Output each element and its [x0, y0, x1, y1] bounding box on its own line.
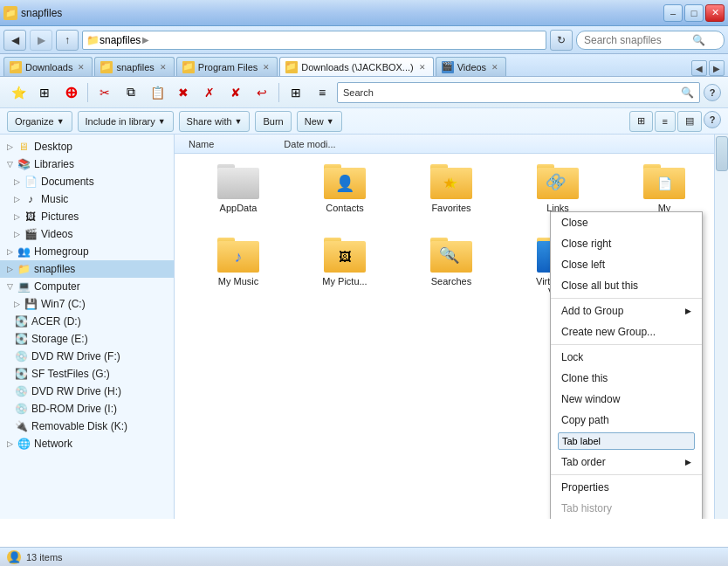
folder-icon: 🔗: [537, 164, 579, 199]
ctx-copy-path[interactable]: Copy path: [551, 410, 702, 431]
tab-close-button[interactable]: ✕: [261, 62, 271, 72]
address-box[interactable]: 📁 snapfiles ▶: [82, 31, 546, 50]
content-scrollbar[interactable]: [714, 135, 728, 519]
tab-scroll-right[interactable]: ▶: [709, 60, 725, 76]
ctx-create-group[interactable]: Create new Group...: [551, 321, 702, 342]
view-grid-button[interactable]: ⊞: [629, 111, 653, 132]
undo-button[interactable]: ↩: [251, 81, 273, 104]
tab-close-button[interactable]: ✕: [490, 62, 500, 72]
sidebar-item-acerd[interactable]: 💽 ACER (D:): [0, 313, 174, 330]
sidebar-item-removablek[interactable]: 🔌 Removable Disk (K:): [0, 418, 174, 435]
scroll-thumb[interactable]: [716, 136, 728, 171]
sidebar-item-homegroup[interactable]: ▷ 👥 Homegroup: [0, 243, 174, 260]
copy-button[interactable]: ⧉: [120, 81, 142, 104]
close-button[interactable]: ✕: [705, 4, 725, 22]
toolbar-search[interactable]: 🔍: [337, 82, 700, 103]
ctx-new-window[interactable]: New window: [551, 389, 702, 410]
sidebar-item-dvdf[interactable]: 💿 DVD RW Drive (F:): [0, 348, 174, 365]
sidebar-item-music[interactable]: ▷ ♪ Music: [0, 190, 174, 208]
help-button-2[interactable]: ?: [704, 111, 721, 128]
file-item-appdata[interactable]: AppData: [189, 161, 288, 227]
file-item-mypictures[interactable]: 🖼 My Pictu...: [295, 234, 395, 300]
paste-button[interactable]: 📋: [146, 81, 168, 104]
delete2-button[interactable]: ✗: [198, 81, 221, 104]
include-library-label: Include in library: [86, 116, 155, 127]
tab-downloads-1[interactable]: 📁 Downloads ✕: [3, 57, 93, 76]
sidebar-item-snapfiles[interactable]: ▷ 📁 snapfiles: [0, 260, 174, 278]
logo-button[interactable]: ⊕: [59, 81, 82, 104]
organize-arrow-icon: ▼: [57, 117, 65, 126]
ctx-clone[interactable]: Clone this: [551, 368, 702, 389]
sidebar-item-win7c[interactable]: ▷ 💾 Win7 (C:): [0, 295, 174, 313]
sidebar-item-sftestg[interactable]: 💽 SF TestFiles (G:): [0, 365, 174, 383]
ctx-close-left[interactable]: Close left: [551, 254, 702, 275]
view-list-button[interactable]: ≡: [311, 81, 333, 104]
sidebar-item-videos[interactable]: ▷ 🎬 Videos: [0, 225, 174, 243]
ctx-properties[interactable]: Properties: [551, 477, 702, 498]
snapfiles-icon: 📁: [17, 262, 31, 276]
share-arrow-icon: ▼: [235, 117, 243, 126]
include-library-button[interactable]: Include in library ▼: [78, 111, 174, 132]
file-item-searches[interactable]: 🔍 Searches: [402, 234, 501, 300]
organize-button[interactable]: Organize ▼: [7, 111, 72, 132]
help-button[interactable]: ?: [704, 84, 721, 101]
ctx-lock[interactable]: Lock: [551, 347, 702, 368]
sidebar-label: Desktop: [34, 141, 72, 153]
sidebar-item-libraries[interactable]: ▽ 📚 Libraries: [0, 155, 174, 173]
sidebar-item-desktop[interactable]: ▷ 🖥 Desktop: [0, 138, 174, 155]
file-item-mymusic[interactable]: ♪ My Music: [189, 234, 288, 300]
file-item-contacts[interactable]: 👤 Contacts: [295, 161, 395, 227]
ctx-close[interactable]: Close: [551, 212, 702, 233]
col-date[interactable]: Date modi...: [284, 139, 335, 149]
file-item-favorites[interactable]: ★ Favorites: [402, 161, 501, 227]
tab-program-files[interactable]: 📁 Program Files ✕: [176, 57, 278, 76]
tab-downloads-2[interactable]: 📁 Downloads (\JACKBOX...) ✕: [279, 57, 433, 76]
views-button[interactable]: ⊞: [33, 81, 56, 104]
tab-snapfiles[interactable]: 📁 snapfiles ✕: [94, 57, 174, 76]
tab-videos[interactable]: 🎬 Videos ✕: [436, 57, 506, 76]
ctx-add-group[interactable]: Add to Group ▶: [551, 300, 702, 321]
share-with-button[interactable]: Share with ▼: [179, 111, 251, 132]
view-list-button-2[interactable]: ≡: [655, 111, 676, 132]
cut-button[interactable]: ✂: [93, 81, 116, 104]
ctx-close-all-but[interactable]: Close all but this: [551, 275, 702, 296]
tab-close-button[interactable]: ✕: [417, 62, 428, 72]
share-label: Share with: [187, 116, 232, 127]
col-name[interactable]: Name: [189, 139, 214, 149]
forward-button[interactable]: ▶: [30, 30, 52, 51]
drive-f-icon: 💿: [14, 349, 28, 363]
view-details-button[interactable]: ▤: [677, 111, 702, 132]
sidebar-item-storagee[interactable]: 💽 Storage (E:): [0, 330, 174, 348]
ctx-tab-label-input[interactable]: [558, 432, 695, 450]
ctx-tab-history-label: Tab history: [561, 502, 612, 514]
delete-button[interactable]: ✖: [172, 81, 195, 104]
search-box[interactable]: 🔍: [576, 31, 725, 50]
sidebar-item-dvdh[interactable]: 💿 DVD RW Drive (H:): [0, 383, 174, 400]
toolbar-search-input[interactable]: [343, 87, 677, 98]
search-icon: 🔍: [692, 34, 705, 46]
burn-button[interactable]: Burn: [255, 111, 291, 132]
sidebar-item-documents[interactable]: ▷ 📄 Documents: [0, 173, 174, 190]
tab-scroll-left[interactable]: ◀: [691, 60, 707, 76]
ctx-tab-order[interactable]: Tab order ▶: [551, 452, 702, 473]
up-button[interactable]: ↑: [56, 30, 79, 51]
sidebar-item-pictures[interactable]: ▷ 🖼 Pictures: [0, 208, 174, 225]
view-mode-button[interactable]: ⊞: [285, 81, 307, 104]
address-icon: 📁: [86, 34, 100, 46]
back-button[interactable]: ◀: [3, 30, 26, 51]
ctx-properties-label: Properties: [561, 481, 609, 494]
ctx-separator-1: [551, 298, 702, 299]
delete3-button[interactable]: ✘: [224, 81, 247, 104]
sidebar-item-bdromi[interactable]: 💿 BD-ROM Drive (I:): [0, 400, 174, 418]
refresh-button[interactable]: ↻: [550, 30, 573, 51]
ctx-close-right[interactable]: Close right: [551, 233, 702, 254]
sidebar-item-computer[interactable]: ▽ 💻 Computer: [0, 278, 174, 295]
tab-close-button[interactable]: ✕: [76, 62, 86, 72]
sidebar-item-network[interactable]: ▷ 🌐 Network: [0, 435, 174, 452]
tab-close-button[interactable]: ✕: [158, 62, 168, 72]
search-input[interactable]: [584, 34, 689, 46]
back-toolbar-button[interactable]: ⭐: [7, 81, 30, 104]
new-button[interactable]: New ▼: [297, 111, 342, 132]
minimize-button[interactable]: –: [663, 4, 683, 22]
maximize-button[interactable]: □: [684, 4, 704, 22]
